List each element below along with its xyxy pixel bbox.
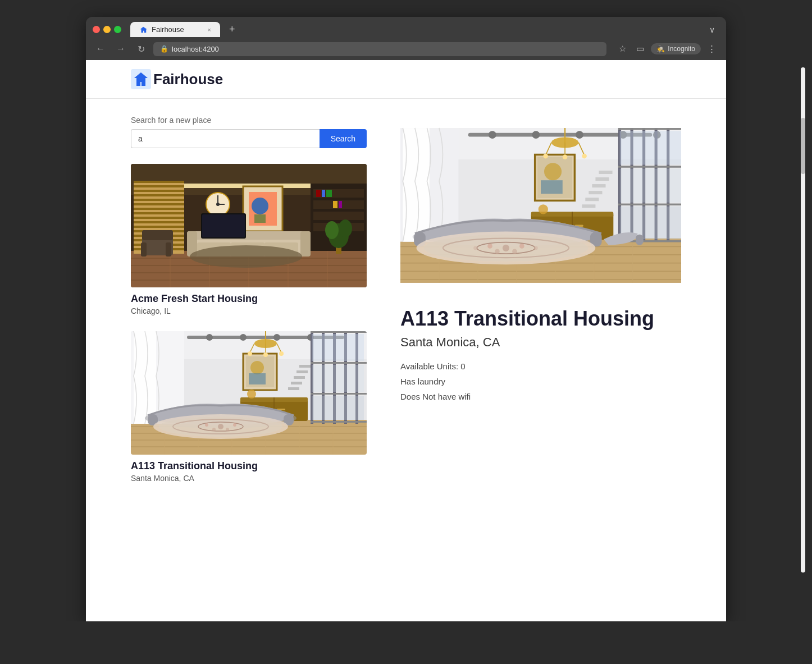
svg-point-193: [495, 249, 500, 254]
new-tab-button[interactable]: +: [225, 21, 240, 38]
traffic-lights: [93, 26, 121, 33]
listing-location-a113: Santa Monica, CA: [131, 474, 367, 483]
listing-image-a113: [131, 331, 367, 455]
svg-rect-19: [134, 194, 184, 196]
logo[interactable]: Fairhouse: [131, 69, 223, 89]
svg-point-45: [252, 198, 268, 214]
acme-room-svg: [131, 164, 367, 287]
svg-point-192: [519, 244, 524, 249]
svg-rect-165: [618, 128, 681, 130]
svg-rect-22: [134, 208, 184, 210]
tab-expand-button[interactable]: ∨: [709, 25, 719, 34]
svg-rect-95: [311, 331, 367, 333]
svg-rect-46: [254, 214, 266, 223]
detail-wifi: Does Not have wifi: [400, 389, 681, 404]
svg-rect-23: [134, 212, 184, 214]
svg-point-124: [247, 390, 256, 399]
svg-rect-17: [134, 185, 184, 187]
search-label: Search for a new place: [131, 116, 367, 125]
logo-icon: [131, 69, 151, 89]
tab-favicon-icon: [139, 26, 147, 34]
url-text: localhost:4200: [172, 45, 219, 53]
svg-point-180: [544, 163, 562, 180]
svg-rect-26: [134, 226, 184, 228]
svg-point-119: [218, 424, 223, 429]
a113-room-svg: [131, 331, 367, 455]
svg-point-205: [539, 204, 548, 214]
svg-rect-99: [312, 334, 364, 361]
svg-point-137: [279, 351, 284, 356]
reader-mode-icon[interactable]: ▭: [633, 42, 647, 56]
svg-point-54: [190, 245, 302, 268]
svg-rect-68: [141, 242, 147, 257]
svg-rect-125: [299, 365, 311, 368]
detail-title: A113 Transitional Housing: [400, 306, 681, 331]
svg-rect-35: [313, 212, 364, 220]
back-button[interactable]: ←: [93, 41, 108, 57]
svg-rect-207: [595, 177, 609, 181]
svg-rect-101: [312, 396, 364, 420]
detail-image: [400, 116, 681, 295]
svg-point-88: [273, 334, 280, 341]
svg-rect-39: [326, 190, 332, 197]
search-row: Search: [131, 129, 367, 148]
svg-point-136: [263, 352, 268, 357]
svg-rect-185: [636, 235, 644, 245]
svg-point-195: [473, 246, 477, 250]
forward-button[interactable]: →: [113, 41, 129, 57]
search-button[interactable]: Search: [320, 129, 367, 148]
listing-title-acme: Acme Fresh Start Housing: [131, 293, 367, 305]
svg-point-135: [248, 351, 252, 356]
search-input[interactable]: [131, 129, 320, 148]
refresh-button[interactable]: ↻: [133, 41, 149, 57]
svg-point-202: [543, 154, 548, 159]
left-panel: Search for a new place Search: [131, 116, 367, 498]
svg-rect-16: [134, 181, 184, 183]
svg-rect-40: [333, 201, 337, 208]
svg-rect-166: [618, 166, 681, 167]
svg-point-155: [489, 131, 496, 139]
close-button[interactable]: [93, 26, 100, 33]
site-header: Fairhouse: [86, 60, 726, 99]
svg-point-120: [205, 423, 208, 427]
svg-point-196: [534, 246, 538, 250]
listing-card-acme[interactable]: Acme Fresh Start Housing Chicago, IL: [131, 164, 367, 315]
svg-rect-37: [316, 190, 321, 197]
svg-point-203: [563, 154, 568, 159]
tab-close-button[interactable]: ×: [208, 26, 211, 33]
svg-point-86: [206, 334, 213, 341]
tab-title: Fairhouse: [152, 25, 184, 34]
right-panel: A113 Transitional Housing Santa Monica, …: [400, 116, 681, 498]
svg-rect-169: [620, 131, 681, 164]
detail-units: Available Units: 0: [400, 359, 681, 374]
svg-rect-167: [618, 204, 681, 205]
active-tab[interactable]: Fairhouse ×: [130, 22, 220, 37]
svg-point-190: [503, 245, 509, 251]
svg-rect-67: [142, 230, 173, 240]
svg-point-122: [212, 428, 216, 431]
listing-card-a113[interactable]: A113 Transitional Housing Santa Monica, …: [131, 331, 367, 483]
listing-image-acme: [131, 164, 367, 287]
svg-rect-126: [296, 370, 308, 373]
svg-rect-208: [592, 184, 605, 187]
svg-rect-210: [585, 198, 599, 201]
svg-rect-181: [541, 180, 563, 194]
svg-rect-33: [313, 189, 364, 198]
svg-rect-128: [291, 382, 302, 384]
listing-title-a113: A113 Transitional Housing: [131, 460, 367, 472]
url-bar[interactable]: 🔒 localhost:4200: [153, 42, 606, 56]
svg-rect-211: [582, 204, 595, 208]
incognito-label: Incognito: [668, 45, 695, 53]
maximize-button[interactable]: [114, 26, 121, 33]
svg-rect-25: [134, 221, 184, 223]
listing-location-acme: Chicago, IL: [131, 306, 367, 315]
svg-rect-206: [599, 171, 612, 174]
incognito-badge: 🕵 Incognito: [651, 43, 701, 54]
svg-rect-127: [294, 376, 305, 379]
svg-rect-129: [288, 387, 299, 390]
bookmark-icon[interactable]: ☆: [615, 42, 629, 56]
menu-icon[interactable]: ⋮: [704, 42, 719, 56]
svg-point-65: [339, 219, 352, 237]
minimize-button[interactable]: [103, 26, 111, 33]
svg-point-121: [233, 423, 236, 427]
